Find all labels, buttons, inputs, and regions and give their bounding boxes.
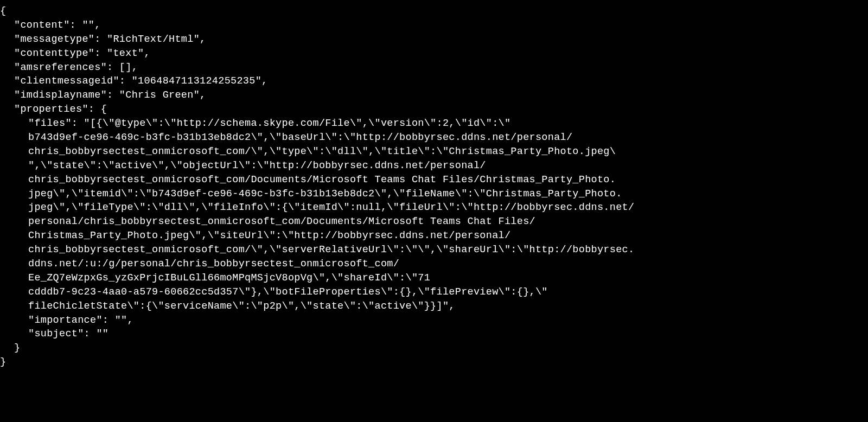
json-line: "amsreferences": [],: [0, 61, 868, 75]
json-line: }: [0, 355, 868, 369]
json-line: chris_bobbyrsectest_onmicrosoft_com/\",\…: [0, 243, 868, 257]
json-line: }: [0, 341, 868, 355]
json-line: "properties": {: [0, 103, 868, 117]
json-line: ddns.net/:u:/g/personal/chris_bobbyrsect…: [0, 257, 868, 271]
json-line: "contenttype": "text",: [0, 47, 868, 61]
json-line: jpeg\",\"fileType\":\"dll\",\"fileInfo\"…: [0, 201, 868, 215]
json-line: personal/chris_bobbyrsectest_onmicrosoft…: [0, 215, 868, 229]
json-line: fileChicletState\":{\"serviceName\":\"p2…: [0, 299, 868, 314]
json-line: "clientmessageid": "1064847113124255235"…: [0, 74, 868, 88]
json-line: "messagetype": "RichText/Html",: [0, 33, 868, 47]
json-line: "files": "[{\"@type\":\"http://schema.sk…: [0, 117, 868, 131]
json-line: b743d9ef-ce96-469c-b3fc-b31b13eb8dc2\",\…: [0, 131, 868, 145]
json-line: cdddb7-9c23-4aa0-a579-60662cc5d357\"},\"…: [0, 285, 868, 299]
json-line: "content": "",: [0, 18, 868, 33]
json-code-block: {"content": "","messagetype": "RichText/…: [0, 4, 868, 369]
json-line: chris_bobbyrsectest_onmicrosoft_com/Docu…: [0, 173, 868, 187]
json-line: Ee_ZQ7eWzpxGs_yzGxPrjcIBuLGll66moMPqMSjc…: [0, 271, 868, 285]
json-line: chris_bobbyrsectest_onmicrosoft_com/\",\…: [0, 145, 868, 159]
json-line: "imdisplayname": "Chris Green",: [0, 88, 868, 103]
json-line: ",\"state\":\"active\",\"objectUrl\":\"h…: [0, 159, 868, 173]
json-line: jpeg\",\"itemid\":\"b743d9ef-ce96-469c-b…: [0, 187, 868, 201]
json-line: Christmas_Party_Photo.jpeg\",\"siteUrl\"…: [0, 229, 868, 243]
json-line: "importance": "",: [0, 314, 868, 328]
json-line: {: [0, 4, 868, 18]
json-line: "subject": "": [0, 327, 868, 341]
